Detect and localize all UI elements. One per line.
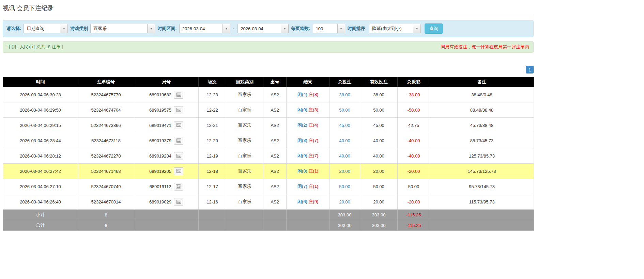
- valid-bet-cell: 50.00: [360, 179, 398, 194]
- table-no-cell: AS2: [263, 194, 287, 210]
- subtotal-valid-bet: 303.00: [360, 210, 398, 220]
- header-table-no: 桌号: [263, 77, 287, 87]
- total-bet-link[interactable]: 20.00: [339, 199, 350, 204]
- pagination-page-1[interactable]: 1: [526, 66, 534, 73]
- game-type-value: 百家乐: [91, 24, 147, 33]
- header-total-bet: 总投注: [329, 77, 360, 87]
- time-cell: 2026-03-04 06:29:50: [3, 102, 78, 118]
- game-type-cell: 百家乐: [226, 194, 263, 210]
- total-bet-link[interactable]: 50.00: [339, 184, 350, 189]
- sort-select[interactable]: 降冪(由大到小) ▾: [369, 24, 421, 33]
- remark-cell: 38.48/0.48: [430, 87, 534, 102]
- table-row: 2026-03-04 06:28:44 523244673118 6890193…: [3, 133, 534, 148]
- bet-id-cell: 523244671468: [78, 164, 134, 179]
- total-bet-cell: 20.00: [329, 164, 360, 179]
- table-no-cell: AS2: [263, 87, 287, 102]
- result-cell: 闲(8) 庄(7): [287, 133, 329, 148]
- header-bet-id: 注单编号: [78, 77, 134, 87]
- round-id: 689019575: [149, 108, 171, 113]
- valid-bet-cell: 40.00: [360, 148, 398, 164]
- header-remark: 备注: [430, 77, 534, 87]
- total-bet-cell: 40.00: [329, 148, 360, 164]
- round-cell: 689019112: [134, 179, 199, 194]
- game-type-cell: 百家乐: [226, 87, 263, 102]
- result-player: 闲(8): [297, 168, 307, 174]
- total-bet-link[interactable]: 45.00: [339, 123, 350, 128]
- round-cell: 689019284: [134, 148, 199, 164]
- subtotal-count: 8: [78, 210, 134, 220]
- query-type-select[interactable]: 日期查询 ▾: [24, 24, 68, 33]
- game-type-cell: 百家乐: [226, 133, 263, 148]
- subtotal-label: 小计: [3, 210, 78, 220]
- date-from-value: 2026-03-04: [180, 24, 223, 33]
- result-cell: 闲(4) 庄(8): [287, 87, 329, 102]
- query-type-label: 请选择:: [6, 26, 21, 32]
- video-replay-icon[interactable]: [174, 198, 183, 206]
- video-replay-icon[interactable]: [174, 91, 183, 99]
- result-player: 闲(9): [297, 153, 307, 158]
- header-result: 结果: [287, 77, 329, 87]
- total-bet-link[interactable]: 40.00: [339, 153, 350, 159]
- total-bet-link[interactable]: 40.00: [339, 138, 350, 143]
- query-type-value: 日期查询: [24, 24, 60, 33]
- date-from-picker[interactable]: 2026-03-04 ▾: [179, 24, 230, 33]
- round-cell: 689019029: [134, 194, 199, 210]
- time-cell: 2026-03-04 06:27:42: [3, 164, 78, 179]
- title-divider: [3, 16, 534, 16]
- subtotal-row: 小计 8 303.00 303.00 -115.25: [3, 210, 534, 220]
- header-payout: 总派彩: [398, 77, 430, 87]
- video-replay-icon[interactable]: [174, 167, 183, 175]
- round-cell: 689019682: [134, 87, 199, 102]
- search-button[interactable]: 查询: [425, 23, 443, 34]
- remark-cell: 125.73/85.73: [430, 148, 534, 164]
- page-size-select[interactable]: 100 ▾: [313, 24, 345, 33]
- game-type-select[interactable]: 百家乐 ▾: [90, 24, 155, 33]
- header-game-type: 游戏类别: [226, 77, 263, 87]
- remark-cell: 85.73/45.73: [430, 133, 534, 148]
- result-banker: 庄(1): [308, 184, 318, 189]
- table-header-row: 时间 注单编号 局号 场次 游戏类别 桌号 结果 总投注 有效投注 总派彩 备注: [3, 77, 534, 87]
- chevron-down-icon[interactable]: ▾: [281, 24, 288, 33]
- video-replay-icon[interactable]: [174, 137, 183, 145]
- total-bet-cell: 38.00: [329, 87, 360, 102]
- chevron-down-icon[interactable]: ▾: [223, 24, 230, 33]
- total-count: 8: [78, 220, 134, 231]
- table-no-cell: AS2: [263, 133, 287, 148]
- valid-bet-cell: 38.00: [360, 87, 398, 102]
- video-replay-icon[interactable]: [174, 121, 183, 129]
- total-bet-link[interactable]: 20.00: [339, 169, 350, 174]
- subtotal-payout: -115.25: [398, 210, 430, 220]
- valid-bet-cell: 40.00: [360, 133, 398, 148]
- time-cell: 2026-03-04 06:30:28: [3, 87, 78, 102]
- video-replay-icon[interactable]: [174, 152, 183, 160]
- bet-id-cell: 523244673866: [78, 118, 134, 133]
- game-type-cell: 百家乐: [226, 102, 263, 118]
- video-replay-icon[interactable]: [174, 183, 183, 191]
- chevron-down-icon[interactable]: ▾: [413, 24, 420, 33]
- date-to-picker[interactable]: 2026-03-04 ▾: [237, 24, 289, 33]
- remark-cell: 115.73/95.73: [430, 194, 534, 210]
- session-cell: 12-19: [199, 148, 226, 164]
- total-bet-link[interactable]: 50.00: [339, 108, 350, 113]
- chevron-down-icon[interactable]: ▾: [337, 24, 345, 33]
- bet-id-cell: 523244670014: [78, 194, 134, 210]
- table-row: 2026-03-04 06:30:28 523244675770 6890196…: [3, 87, 534, 102]
- header-round-id: 局号: [134, 77, 199, 87]
- session-cell: 12-17: [199, 179, 226, 194]
- chevron-down-icon[interactable]: ▾: [60, 24, 67, 33]
- total-bet-link[interactable]: 38.00: [339, 92, 350, 97]
- table-row: 2026-03-04 06:26:40 523244670014 6890190…: [3, 194, 534, 210]
- remark-cell: 45.73/88.48: [430, 118, 534, 133]
- game-type-label: 游戏类别: [70, 26, 88, 32]
- video-replay-icon[interactable]: [174, 106, 183, 114]
- chevron-down-icon[interactable]: ▾: [147, 24, 155, 33]
- round-cell: 689019379: [134, 133, 199, 148]
- result-cell: 闲(2) 庄(4): [287, 118, 329, 133]
- result-banker: 庄(3): [308, 107, 318, 112]
- bet-records-table: 时间 注单编号 局号 场次 游戏类别 桌号 结果 总投注 有效投注 总派彩 备注…: [3, 77, 534, 231]
- session-cell: 12-16: [199, 194, 226, 210]
- remark-cell: 145.73/125.73: [430, 164, 534, 179]
- result-player: 闲(6): [297, 199, 307, 204]
- result-banker: 庄(9): [308, 199, 318, 204]
- table-no-cell: AS2: [263, 164, 287, 179]
